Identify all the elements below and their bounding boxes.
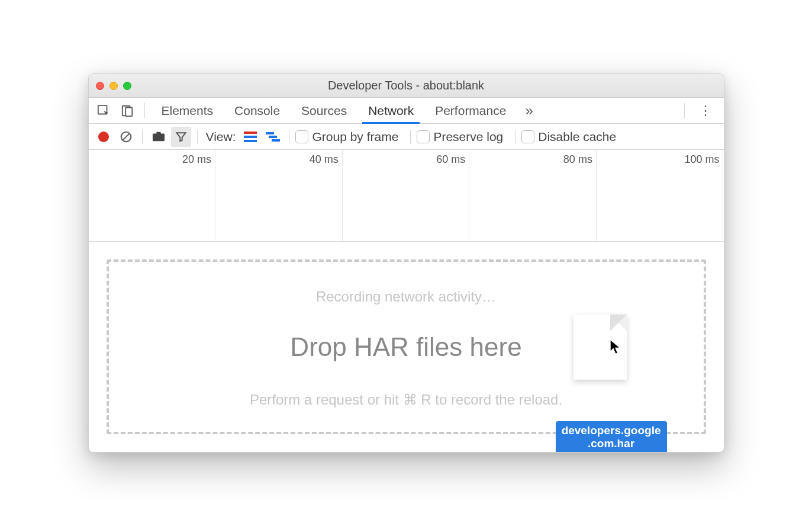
divider xyxy=(289,130,289,144)
svg-rect-11 xyxy=(272,139,280,142)
disable-cache-checkbox[interactable]: Disable cache xyxy=(521,130,616,144)
view-label: View: xyxy=(206,130,236,144)
preserve-log-checkbox[interactable]: Preserve log xyxy=(417,130,503,144)
svg-rect-8 xyxy=(244,140,257,142)
timeline-tick: 40 ms xyxy=(310,153,339,166)
recording-hint-line2: Perform a request or hit ⌘ R to record t… xyxy=(109,392,704,408)
svg-rect-5 xyxy=(156,132,160,134)
timeline-tick: 20 ms xyxy=(182,153,211,166)
dropzone-text: Drop HAR files here xyxy=(290,332,521,362)
divider xyxy=(197,130,198,144)
devtools-window: Developer Tools - about:blank Elements C… xyxy=(88,73,724,453)
recording-hint-line1: Recording network activity… xyxy=(109,288,704,305)
svg-rect-2 xyxy=(125,107,132,116)
network-body: Recording network activity… Drop HAR fil… xyxy=(89,242,724,452)
more-tabs-button[interactable]: » xyxy=(517,102,541,119)
maximize-window-button[interactable] xyxy=(123,82,131,90)
minimize-window-button[interactable] xyxy=(109,82,118,90)
tab-sources[interactable]: Sources xyxy=(291,98,357,123)
clear-button[interactable] xyxy=(116,127,136,147)
divider xyxy=(144,103,145,118)
group-by-frame-checkbox[interactable]: Group by frame xyxy=(295,130,398,144)
window-title: Developer Tools - about:blank xyxy=(89,79,724,92)
svg-rect-6 xyxy=(244,132,257,134)
svg-rect-7 xyxy=(244,136,257,138)
divider xyxy=(410,130,411,144)
divider xyxy=(515,130,515,144)
divider xyxy=(684,103,685,118)
tab-elements[interactable]: Elements xyxy=(151,98,224,123)
inspect-element-icon[interactable] xyxy=(92,100,115,122)
panel-tabs: Elements Console Sources Network Perform… xyxy=(151,98,542,123)
tab-bar: Elements Console Sources Network Perform… xyxy=(89,98,724,124)
svg-rect-10 xyxy=(269,136,277,138)
toggle-device-toolbar-icon[interactable] xyxy=(116,100,138,122)
divider xyxy=(142,130,143,144)
close-window-button[interactable] xyxy=(96,82,104,90)
timeline-tick: 60 ms xyxy=(436,153,465,166)
titlebar: Developer Tools - about:blank xyxy=(89,74,724,98)
timeline-overview[interactable]: 20 ms 40 ms 60 ms 80 ms 100 ms xyxy=(89,150,724,242)
filter-icon[interactable] xyxy=(171,127,191,147)
har-dropzone[interactable]: Recording network activity… Drop HAR fil… xyxy=(107,259,706,434)
tab-console[interactable]: Console xyxy=(224,98,291,123)
waterfall-view-icon[interactable] xyxy=(263,127,283,147)
preserve-log-label: Preserve log xyxy=(433,130,503,144)
large-rows-icon[interactable] xyxy=(240,127,260,147)
tab-performance[interactable]: Performance xyxy=(424,98,517,123)
svg-rect-4 xyxy=(152,133,164,141)
tab-network[interactable]: Network xyxy=(357,98,424,123)
timeline-tick: 80 ms xyxy=(563,153,592,166)
window-controls xyxy=(96,82,131,90)
timeline-tick: 100 ms xyxy=(684,153,719,166)
cursor-icon xyxy=(609,339,622,360)
network-toolbar: View: Group by frame Preserve log Disabl… xyxy=(89,124,724,150)
settings-menu-icon[interactable]: ⋮ xyxy=(691,103,720,118)
group-by-frame-label: Group by frame xyxy=(312,130,398,144)
disable-cache-label: Disable cache xyxy=(538,130,616,144)
dragged-file-name: developers.google.com.har xyxy=(556,421,667,453)
record-button[interactable] xyxy=(94,127,114,147)
capture-screenshots-icon[interactable] xyxy=(149,127,169,147)
svg-rect-9 xyxy=(266,132,274,134)
